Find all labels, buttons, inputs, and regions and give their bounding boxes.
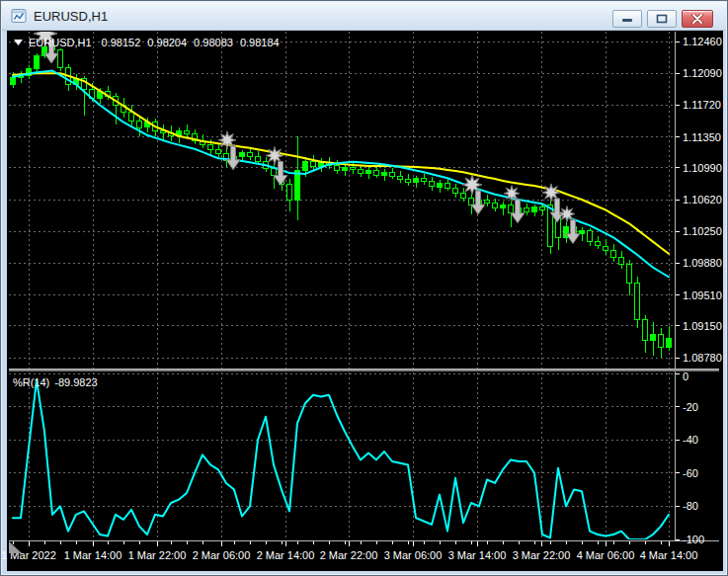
candle [248, 148, 253, 160]
title-bar[interactable]: EURUSD,H1 [2, 2, 726, 31]
candle [532, 205, 537, 216]
candle [287, 179, 292, 211]
candle [335, 160, 340, 174]
time-gridlines [29, 372, 669, 539]
candle [66, 64, 71, 92]
minimize-icon [621, 14, 633, 24]
candle [659, 328, 664, 358]
time-axis-label: 2 Mar 22:00 [316, 549, 381, 561]
indicator-axis-label: -80 [683, 500, 698, 512]
candle [382, 169, 387, 181]
indicator-axis-label: -100 [683, 534, 704, 545]
header-close: 0.98184 [240, 37, 280, 48]
candle [406, 174, 411, 186]
candle [501, 202, 506, 215]
candle [359, 165, 364, 177]
window-title: EURUSD,H1 [34, 9, 108, 24]
candle [430, 177, 435, 191]
ma-fast-line [13, 71, 669, 278]
time-axis-ticks [9, 540, 676, 548]
time-axis-label: 4 Mar 14:00 [636, 549, 701, 561]
candle [422, 174, 427, 185]
candle [604, 239, 608, 255]
candle [193, 129, 198, 145]
main-chart-plot[interactable] [9, 32, 676, 369]
restore-icon [656, 14, 668, 24]
time-axis-label: 4 Mar 06:00 [573, 549, 638, 561]
header-open: 0.98152 [102, 37, 141, 48]
time-axis-label: 1 Mar 14:00 [60, 549, 125, 561]
candle [114, 93, 119, 123]
price-axis-label: 1.12090 [683, 67, 722, 79]
candle [596, 236, 601, 250]
candle [216, 143, 221, 157]
price-axis-label: 1.11720 [683, 99, 721, 111]
candle [453, 184, 458, 198]
price-axis-label: 1.08780 [683, 352, 722, 364]
indicator-value: -89.9823 [54, 376, 97, 388]
indicator-plot[interactable] [9, 372, 676, 539]
candle [438, 180, 443, 193]
candle [643, 315, 648, 353]
header-high: 0.98204 [147, 37, 187, 48]
candle [398, 171, 403, 182]
candle [295, 136, 300, 220]
panel-splitter[interactable] [9, 369, 719, 371]
candle [414, 176, 419, 188]
candle [651, 322, 656, 357]
candle [366, 167, 371, 179]
candle [564, 222, 569, 243]
candle [27, 65, 32, 79]
signal-markers [34, 32, 580, 244]
candle [469, 193, 474, 214]
indicator-label: %R(14)-89.9823 [13, 376, 103, 388]
chart-corner-grip[interactable] [9, 541, 24, 555]
wr-line [13, 380, 669, 539]
time-axis-label: 3 Mar 14:00 [445, 549, 510, 561]
restore-button[interactable] [647, 10, 677, 28]
candle [667, 326, 672, 351]
price-axis-label: 1.09510 [683, 289, 722, 301]
header-low: 0.98083 [194, 37, 233, 48]
close-button[interactable] [682, 10, 713, 28]
chart-window: EURUSD,H1 EURUSD,H1 0.98152 0.98204 0.98… [0, 0, 728, 576]
candle [445, 179, 450, 191]
candle [224, 148, 229, 167]
time-axis-label: 3 Mar 22:00 [509, 549, 574, 561]
candle [35, 53, 40, 70]
close-icon [691, 14, 703, 24]
price-axis-label: 1.09150 [683, 320, 722, 332]
candle [390, 168, 395, 179]
candle [19, 71, 24, 83]
candle [635, 277, 640, 328]
time-axis-label: 2 Mar 06:00 [189, 549, 254, 561]
header-symbol: EURUSD,H1 [29, 37, 92, 48]
price-axis-label: 1.10250 [683, 225, 722, 237]
candle [627, 260, 632, 296]
candle [493, 199, 498, 211]
candle [619, 251, 624, 268]
price-axis-label: 1.10990 [683, 162, 722, 174]
indicator-name: %R(14) [13, 376, 49, 388]
candle [74, 74, 79, 90]
sell-signal-marker [542, 184, 564, 222]
minimize-button[interactable] [612, 10, 642, 28]
indicator-axis-label: -20 [683, 401, 698, 413]
sell-signal-marker [559, 206, 580, 244]
candle [129, 105, 134, 125]
candle [588, 228, 593, 246]
candle [351, 162, 356, 174]
price-axis-label: 1.11350 [683, 131, 721, 143]
candle [58, 48, 63, 71]
indicator-axis-label: -60 [683, 467, 698, 479]
symbol-dropdown-arrow-icon[interactable] [14, 40, 23, 45]
chart-window-icon [11, 8, 27, 24]
candle [161, 124, 166, 140]
time-axis-label: 2 Mar 14:00 [253, 549, 318, 561]
time-axis-label: 1 Mar 22:00 [124, 549, 190, 561]
price-axis-label: 1.10620 [683, 194, 722, 206]
price-axis-label: 1.12460 [683, 36, 722, 47]
price-axis-ticks [676, 32, 682, 540]
indicator-axis-label: 0 [683, 370, 688, 382]
price-gridlines [9, 41, 676, 358]
